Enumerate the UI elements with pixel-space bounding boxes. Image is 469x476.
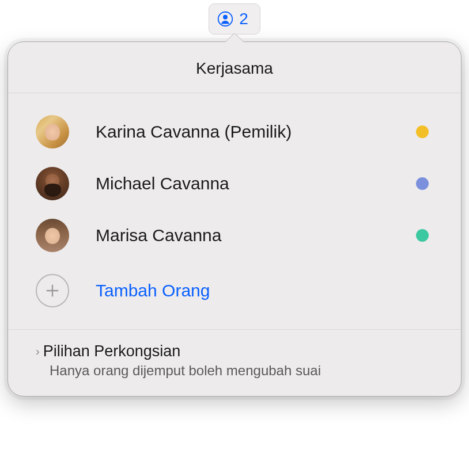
popover-arrow — [226, 33, 243, 41]
sharing-options-row[interactable]: › Pilihan Perkongsian Hanya orang dijemp… — [8, 329, 461, 396]
presence-dot — [416, 229, 429, 242]
plus-icon — [36, 274, 69, 307]
chevron-right-icon: › — [36, 345, 40, 357]
collaborator-count: 2 — [239, 10, 248, 28]
collaborate-button[interactable]: 2 — [209, 3, 260, 35]
avatar — [36, 219, 69, 252]
sharing-options-title: Pilihan Perkongsian — [43, 342, 181, 360]
presence-dot — [416, 125, 429, 138]
participant-row[interactable]: Marisa Cavanna — [32, 210, 437, 261]
add-person-button[interactable]: Tambah Orang — [32, 261, 437, 325]
avatar — [36, 115, 69, 148]
presence-dot — [416, 177, 429, 190]
sharing-options-subtitle: Hanya orang dijemput boleh mengubah suai — [50, 363, 433, 379]
participant-name: Marisa Cavanna — [96, 226, 416, 245]
popover-panel: Kerjasama Karina Cavanna (Pemilik) Micha… — [7, 41, 462, 397]
collaboration-popover: Kerjasama Karina Cavanna (Pemilik) Micha… — [7, 33, 462, 397]
participant-name: Karina Cavanna (Pemilik) — [96, 122, 416, 142]
person-icon — [217, 11, 233, 27]
participant-row[interactable]: Karina Cavanna (Pemilik) — [32, 106, 437, 158]
svg-point-1 — [223, 15, 228, 20]
participants-list: Karina Cavanna (Pemilik) Michael Cavanna… — [8, 93, 461, 329]
avatar — [36, 167, 69, 200]
add-person-label: Tambah Orang — [96, 281, 210, 300]
participant-name: Michael Cavanna — [96, 174, 416, 193]
participant-row[interactable]: Michael Cavanna — [32, 158, 437, 210]
